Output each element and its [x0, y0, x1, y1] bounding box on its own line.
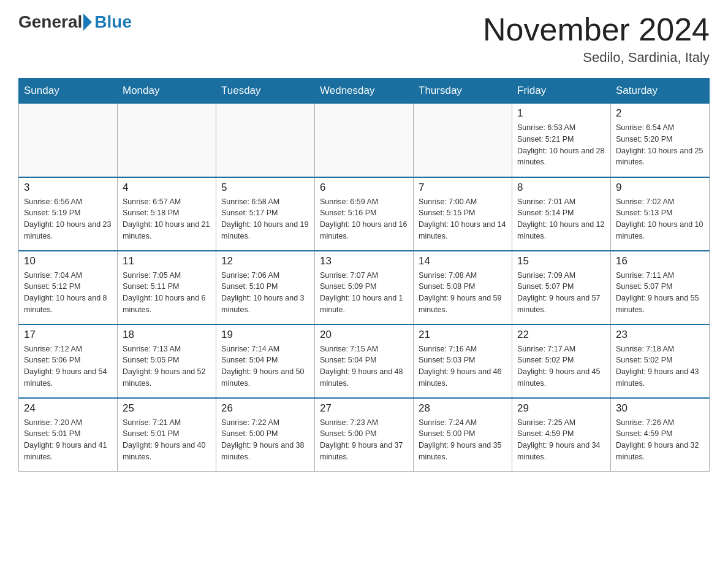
- day-info: Sunrise: 7:08 AM Sunset: 5:08 PM Dayligh…: [419, 270, 507, 316]
- day-info: Sunrise: 7:00 AM Sunset: 5:15 PM Dayligh…: [419, 196, 507, 242]
- logo-general-text: General: [18, 12, 82, 32]
- day-number: 26: [221, 402, 309, 415]
- day-of-week-header: Saturday: [611, 79, 710, 104]
- day-number: 15: [517, 255, 605, 267]
- day-info: Sunrise: 7:18 AM Sunset: 5:02 PM Dayligh…: [616, 343, 704, 389]
- calendar-day-cell: 19Sunrise: 7:14 AM Sunset: 5:04 PM Dayli…: [216, 324, 315, 398]
- day-number: 22: [517, 329, 605, 341]
- day-number: 10: [24, 255, 112, 267]
- day-number: 1: [517, 107, 605, 120]
- calendar-week-row: 10Sunrise: 7:04 AM Sunset: 5:12 PM Dayli…: [19, 251, 710, 324]
- calendar-day-cell: 27Sunrise: 7:23 AM Sunset: 5:00 PM Dayli…: [315, 398, 414, 472]
- logo-blue-text: Blue: [94, 12, 132, 32]
- day-number: 20: [320, 329, 408, 341]
- calendar-day-cell: 7Sunrise: 7:00 AM Sunset: 5:15 PM Daylig…: [414, 177, 512, 251]
- calendar-day-cell: 22Sunrise: 7:17 AM Sunset: 5:02 PM Dayli…: [512, 324, 611, 398]
- day-of-week-header: Thursday: [414, 79, 512, 104]
- day-info: Sunrise: 6:56 AM Sunset: 5:19 PM Dayligh…: [24, 196, 112, 242]
- day-number: 30: [616, 402, 704, 415]
- day-number: 18: [123, 329, 211, 341]
- day-number: 5: [221, 182, 309, 194]
- day-info: Sunrise: 7:07 AM Sunset: 5:09 PM Dayligh…: [320, 270, 408, 316]
- calendar-day-cell: [19, 104, 118, 177]
- day-info: Sunrise: 7:21 AM Sunset: 5:01 PM Dayligh…: [123, 417, 211, 463]
- day-number: 7: [419, 182, 507, 194]
- day-info: Sunrise: 7:13 AM Sunset: 5:05 PM Dayligh…: [123, 343, 211, 389]
- day-number: 24: [24, 402, 112, 415]
- day-info: Sunrise: 7:23 AM Sunset: 5:00 PM Dayligh…: [320, 417, 408, 463]
- day-number: 14: [419, 255, 507, 267]
- day-info: Sunrise: 7:26 AM Sunset: 4:59 PM Dayligh…: [616, 417, 704, 463]
- day-number: 12: [221, 255, 309, 267]
- calendar-day-cell: 3Sunrise: 6:56 AM Sunset: 5:19 PM Daylig…: [19, 177, 118, 251]
- day-of-week-header: Tuesday: [216, 79, 315, 104]
- day-of-week-header: Monday: [118, 79, 216, 104]
- day-info: Sunrise: 7:09 AM Sunset: 5:07 PM Dayligh…: [517, 270, 605, 316]
- calendar-week-row: 1Sunrise: 6:53 AM Sunset: 5:21 PM Daylig…: [19, 104, 710, 177]
- day-info: Sunrise: 6:54 AM Sunset: 5:20 PM Dayligh…: [616, 122, 704, 168]
- day-number: 3: [24, 182, 112, 194]
- calendar-day-cell: 12Sunrise: 7:06 AM Sunset: 5:10 PM Dayli…: [216, 251, 315, 324]
- day-number: 16: [616, 255, 704, 267]
- day-of-week-header: Friday: [512, 79, 611, 104]
- day-info: Sunrise: 7:01 AM Sunset: 5:14 PM Dayligh…: [517, 196, 605, 242]
- day-info: Sunrise: 7:22 AM Sunset: 5:00 PM Dayligh…: [221, 417, 309, 463]
- day-number: 23: [616, 329, 704, 341]
- calendar-day-cell: 29Sunrise: 7:25 AM Sunset: 4:59 PM Dayli…: [512, 398, 611, 472]
- calendar-day-cell: 14Sunrise: 7:08 AM Sunset: 5:08 PM Dayli…: [414, 251, 512, 324]
- calendar-day-cell: 28Sunrise: 7:24 AM Sunset: 5:00 PM Dayli…: [414, 398, 512, 472]
- day-number: 6: [320, 182, 408, 194]
- day-info: Sunrise: 7:06 AM Sunset: 5:10 PM Dayligh…: [221, 270, 309, 316]
- day-number: 2: [616, 107, 704, 120]
- day-number: 19: [221, 329, 309, 341]
- calendar-day-cell: 5Sunrise: 6:58 AM Sunset: 5:17 PM Daylig…: [216, 177, 315, 251]
- calendar-week-row: 3Sunrise: 6:56 AM Sunset: 5:19 PM Daylig…: [19, 177, 710, 251]
- day-info: Sunrise: 7:25 AM Sunset: 4:59 PM Dayligh…: [517, 417, 605, 463]
- day-of-week-header: Sunday: [19, 79, 118, 104]
- calendar-day-cell: 23Sunrise: 7:18 AM Sunset: 5:02 PM Dayli…: [611, 324, 710, 398]
- day-info: Sunrise: 6:53 AM Sunset: 5:21 PM Dayligh…: [517, 122, 605, 168]
- day-info: Sunrise: 7:24 AM Sunset: 5:00 PM Dayligh…: [419, 417, 507, 463]
- page-header: General Blue November 2024 Sedilo, Sardi…: [18, 12, 710, 66]
- day-of-week-header: Wednesday: [315, 79, 414, 104]
- calendar-day-cell: [118, 104, 216, 177]
- day-info: Sunrise: 7:11 AM Sunset: 5:07 PM Dayligh…: [616, 270, 704, 316]
- calendar-day-cell: 26Sunrise: 7:22 AM Sunset: 5:00 PM Dayli…: [216, 398, 315, 472]
- day-info: Sunrise: 7:05 AM Sunset: 5:11 PM Dayligh…: [123, 270, 211, 316]
- day-number: 17: [24, 329, 112, 341]
- calendar-day-cell: 10Sunrise: 7:04 AM Sunset: 5:12 PM Dayli…: [19, 251, 118, 324]
- day-info: Sunrise: 7:14 AM Sunset: 5:04 PM Dayligh…: [221, 343, 309, 389]
- month-title: November 2024: [483, 12, 710, 47]
- calendar-day-cell: 13Sunrise: 7:07 AM Sunset: 5:09 PM Dayli…: [315, 251, 414, 324]
- calendar-day-cell: 11Sunrise: 7:05 AM Sunset: 5:11 PM Dayli…: [118, 251, 216, 324]
- calendar-day-cell: 30Sunrise: 7:26 AM Sunset: 4:59 PM Dayli…: [611, 398, 710, 472]
- calendar-day-cell: 1Sunrise: 6:53 AM Sunset: 5:21 PM Daylig…: [512, 104, 611, 177]
- day-info: Sunrise: 7:17 AM Sunset: 5:02 PM Dayligh…: [517, 343, 605, 389]
- calendar-day-cell: 18Sunrise: 7:13 AM Sunset: 5:05 PM Dayli…: [118, 324, 216, 398]
- day-number: 4: [123, 182, 211, 194]
- day-number: 9: [616, 182, 704, 194]
- day-info: Sunrise: 7:02 AM Sunset: 5:13 PM Dayligh…: [616, 196, 704, 242]
- day-number: 28: [419, 402, 507, 415]
- calendar-day-cell: [216, 104, 315, 177]
- calendar-week-row: 17Sunrise: 7:12 AM Sunset: 5:06 PM Dayli…: [19, 324, 710, 398]
- day-number: 11: [123, 255, 211, 267]
- calendar-day-cell: 9Sunrise: 7:02 AM Sunset: 5:13 PM Daylig…: [611, 177, 710, 251]
- day-info: Sunrise: 6:58 AM Sunset: 5:17 PM Dayligh…: [221, 196, 309, 242]
- logo-arrow-icon: [83, 13, 92, 31]
- calendar-day-cell: 20Sunrise: 7:15 AM Sunset: 5:04 PM Dayli…: [315, 324, 414, 398]
- day-info: Sunrise: 7:20 AM Sunset: 5:01 PM Dayligh…: [24, 417, 112, 463]
- day-number: 29: [517, 402, 605, 415]
- day-number: 25: [123, 402, 211, 415]
- day-info: Sunrise: 7:16 AM Sunset: 5:03 PM Dayligh…: [419, 343, 507, 389]
- day-info: Sunrise: 7:12 AM Sunset: 5:06 PM Dayligh…: [24, 343, 112, 389]
- logo: General Blue: [18, 12, 132, 32]
- calendar-day-cell: 21Sunrise: 7:16 AM Sunset: 5:03 PM Dayli…: [414, 324, 512, 398]
- day-info: Sunrise: 6:59 AM Sunset: 5:16 PM Dayligh…: [320, 196, 408, 242]
- calendar-day-cell: 25Sunrise: 7:21 AM Sunset: 5:01 PM Dayli…: [118, 398, 216, 472]
- calendar-table: SundayMondayTuesdayWednesdayThursdayFrid…: [18, 78, 710, 472]
- day-info: Sunrise: 7:15 AM Sunset: 5:04 PM Dayligh…: [320, 343, 408, 389]
- day-number: 8: [517, 182, 605, 194]
- calendar-day-cell: [315, 104, 414, 177]
- calendar-day-cell: 8Sunrise: 7:01 AM Sunset: 5:14 PM Daylig…: [512, 177, 611, 251]
